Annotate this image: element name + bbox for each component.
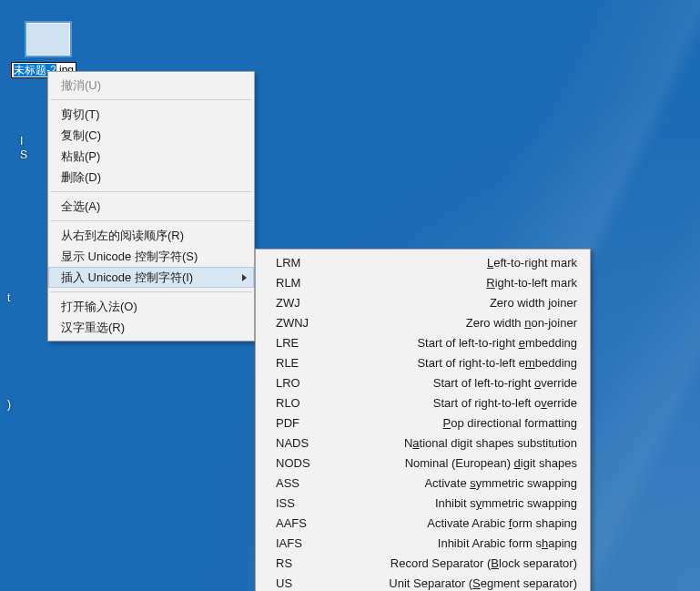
menu-separator [50,291,252,292]
submenu-code: ISS [276,495,340,512]
submenu-item-rlm[interactable]: RLMRight-to-left mark [256,273,590,293]
menu-insert-unicode-controls[interactable]: 插入 Unicode 控制字符(I) [48,267,254,288]
submenu-item-iss[interactable]: ISSInhibit symmetric swapping [256,494,590,514]
submenu-code: RLM [276,275,340,291]
submenu-code: RS [276,555,340,572]
submenu-description: Zero width non-joiner [340,315,577,331]
menu-cut[interactable]: 剪切(T) [48,104,254,125]
desktop-icon[interactable] [16,23,80,59]
menu-separator [50,191,252,192]
menu-open-ime[interactable]: 打开输入法(O) [48,296,254,317]
submenu-item-ass[interactable]: ASSActivate symmetric swapping [256,474,590,494]
menu-item-label: 插入 Unicode 控制字符(I) [61,270,193,284]
submenu-description: Activate Arabic form shaping [340,515,577,532]
menu-separator [50,99,252,100]
submenu-code: LRM [276,255,340,271]
submenu-item-aafs[interactable]: AAFSActivate Arabic form shaping [256,514,590,534]
menu-paste[interactable]: 粘贴(P) [48,146,254,167]
submenu-description: Start of right-to-left embedding [340,355,577,372]
submenu-description: National digit shapes substitution [340,435,577,452]
submenu-code: US [276,576,340,591]
submenu-description: Unit Separator (Segment separator) [340,576,577,591]
submenu-description: Inhibit Arabic form shaping [340,535,577,552]
submenu-code: PDF [276,415,340,432]
submenu-item-lre[interactable]: LREStart of left-to-right embedding [256,333,590,353]
submenu-arrow-icon [242,274,247,281]
submenu-description: Inhibit symmetric swapping [340,495,577,512]
context-menu: 撤消(U) 剪切(T) 复制(C) 粘贴(P) 删除(D) 全选(A) 从右到左… [47,71,255,341]
submenu-code: IAFS [276,535,340,552]
submenu-description: Left-to-right mark [340,255,577,271]
menu-reconvert[interactable]: 汉字重选(R) [48,317,254,338]
submenu-item-pdf[interactable]: PDFPop directional formatting [256,413,590,433]
submenu-description: Nominal (European) digit shapes [340,455,577,472]
submenu-description: Zero width joiner [340,295,577,311]
submenu-description: Start of left-to-right override [340,375,577,392]
submenu-description: Activate symmetric swapping [340,475,577,492]
submenu-code: ASS [276,475,340,492]
submenu-code: NODS [276,455,340,472]
submenu-code: LRO [276,375,340,392]
submenu-item-nods[interactable]: NODSNominal (European) digit shapes [256,453,590,474]
menu-separator [50,220,252,221]
submenu-item-rs[interactable]: RSRecord Separator (Block separator) [256,554,590,574]
submenu-item-us[interactable]: USUnit Separator (Segment separator) [256,574,590,591]
menu-select-all[interactable]: 全选(A) [48,196,254,217]
menu-copy[interactable]: 复制(C) [48,125,254,146]
submenu-item-lrm[interactable]: LRMLeft-to-right mark [256,253,590,273]
submenu-item-zwj[interactable]: ZWJZero width joiner [256,293,590,313]
menu-rtl-reading[interactable]: 从右到左的阅读顺序(R) [48,225,254,246]
submenu-code: LRE [276,335,340,352]
desktop-text-fragment: S [20,148,27,161]
desktop-text-fragment: I [20,135,23,148]
submenu-code: AAFS [276,515,340,532]
submenu-description: Record Separator (Block separator) [340,555,577,572]
file-thumbnail[interactable] [26,23,70,56]
submenu-description: Start of left-to-right embedding [340,335,577,352]
submenu-code: NADS [276,435,340,452]
submenu-description: Start of right-to-left override [340,395,577,412]
submenu-item-rle[interactable]: RLEStart of right-to-left embedding [256,353,590,373]
menu-show-unicode-controls[interactable]: 显示 Unicode 控制字符(S) [48,246,254,267]
submenu-item-iafs[interactable]: IAFSInhibit Arabic form shaping [256,534,590,554]
desktop-text-fragment: t [7,291,16,304]
menu-undo[interactable]: 撤消(U) [48,75,254,96]
submenu-item-zwnj[interactable]: ZWNJZero width non-joiner [256,313,590,333]
submenu-code: RLO [276,395,340,412]
submenu-description: Right-to-left mark [340,275,577,291]
submenu-item-rlo[interactable]: RLOStart of right-to-left override [256,393,590,413]
submenu-item-lro[interactable]: LROStart of left-to-right override [256,373,590,393]
submenu-code: ZWJ [276,295,340,311]
unicode-control-submenu: LRMLeft-to-right markRLMRight-to-left ma… [255,249,591,591]
submenu-item-nads[interactable]: NADSNational digit shapes substitution [256,433,590,453]
desktop-text-fragment: ) [7,398,16,411]
submenu-description: Pop directional formatting [340,415,577,432]
submenu-code: RLE [276,355,340,372]
menu-delete[interactable]: 删除(D) [48,167,254,188]
submenu-code: ZWNJ [276,315,340,331]
